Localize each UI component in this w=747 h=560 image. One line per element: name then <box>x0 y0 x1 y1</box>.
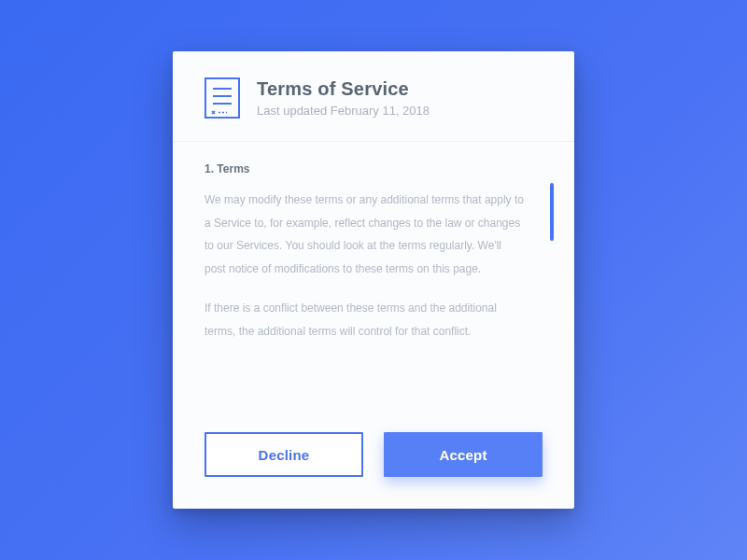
modal-body: 1. Terms We may modify these terms or an… <box>173 142 574 415</box>
modal-subtitle: Last updated February 11, 2018 <box>257 104 430 118</box>
modal-footer: Decline Accept <box>173 415 574 509</box>
svg-rect-0 <box>205 78 239 118</box>
decline-button[interactable]: Decline <box>204 432 363 477</box>
modal-header: Terms of Service Last updated February 1… <box>173 51 574 142</box>
section-heading: 1. Terms <box>204 162 526 175</box>
scroll-area[interactable]: 1. Terms We may modify these terms or an… <box>204 162 543 406</box>
modal-title: Terms of Service <box>257 78 430 100</box>
scrollbar-track[interactable] <box>550 183 554 415</box>
document-icon <box>204 77 240 119</box>
terms-paragraph: We may modify these terms or any additio… <box>204 189 526 280</box>
terms-modal: Terms of Service Last updated February 1… <box>173 51 574 509</box>
scrollbar-thumb[interactable] <box>550 183 554 241</box>
title-block: Terms of Service Last updated February 1… <box>257 78 430 118</box>
accept-button[interactable]: Accept <box>384 432 543 477</box>
terms-paragraph: If there is a conflict between these ter… <box>204 297 526 343</box>
